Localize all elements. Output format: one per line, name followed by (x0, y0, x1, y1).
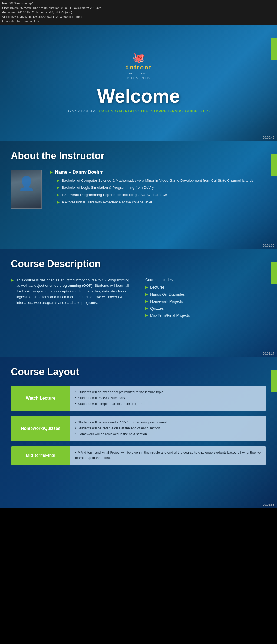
midterm-bullet-1: A Mid-term and Final Project will be giv… (75, 450, 261, 461)
list-item: ▶ Bachelor of Computer Science & Mathema… (57, 178, 266, 183)
bullet-text: A Professional Tutor with experience at … (62, 200, 152, 205)
file-info-line3: Audio: aac, 44100 Hz, 2 channels, s16, 6… (2, 10, 275, 15)
watch-bullet-1: Students will go over concepts related t… (75, 389, 261, 395)
includes-arrow-icon: ▶ (145, 313, 148, 317)
homework-bullet-2: Students will be given a quiz at the end… (75, 426, 261, 431)
homework-bullet-1: Students will be assigned a "DIY" progra… (75, 420, 261, 425)
instructor-photo (11, 170, 42, 209)
file-info-line5: Generated by Thumbnail.me (2, 19, 275, 23)
welcome-slide: 🐙 dotroot learn to code. PRESENTS Welcom… (0, 25, 277, 141)
course-title: C# FUNDAMENTALS: THE COMPREHENSIVE GUIDE… (99, 109, 211, 113)
layout-timestamp: 00:02:58 (263, 503, 274, 506)
instructor-details: ▶ Name – Danny Boehm ▶ Bachelor of Compu… (50, 170, 266, 207)
description-arrow-icon: ▶ (11, 278, 14, 282)
bullet-arrow-icon: ▶ (57, 178, 60, 183)
file-info-bar: File: 001 Welcome.mp4 Size: 19370246 byt… (0, 0, 277, 25)
instructor-slide: About the Instructor ▶ Name – Danny Boeh… (0, 141, 277, 249)
instructor-timestamp: 00:01:30 (263, 244, 274, 247)
includes-title: Course Includes: (145, 278, 266, 282)
presents-text: PRESENTS (125, 76, 152, 80)
list-item: ▶ Hands On Examples (145, 292, 266, 296)
description-timestamp: 00:02:14 (263, 352, 274, 355)
green-accent-welcome (271, 38, 277, 60)
bullet-arrow-icon: ▶ (57, 185, 60, 190)
includes-item-text: Hands On Examples (150, 292, 185, 296)
includes-arrow-icon: ▶ (145, 306, 148, 310)
layout-item-midterm: Mid-term/Final A Mid-term and Final Proj… (11, 446, 266, 465)
bullet-arrow-icon: ▶ (57, 200, 60, 205)
watch-bullet-3: Students will complete an example progra… (75, 401, 261, 407)
instructor-name-text: Name – Danny Boehm (55, 170, 104, 175)
midterm-desc: A Mid-term and Final Project will be giv… (70, 446, 266, 465)
logo-area: 🐙 dotroot learn to code. PRESENTS (125, 52, 152, 80)
includes-list: ▶ Lectures ▶ Hands On Examples ▶ Homewor… (145, 285, 266, 318)
layout-section-title: Course Layout (11, 366, 266, 377)
description-text: This course is designed as an introducto… (16, 278, 132, 306)
name-arrow-icon: ▶ (50, 170, 53, 174)
list-item: ▶ A Professional Tutor with experience a… (57, 200, 266, 205)
instructor-name: DANNY BOEHM (67, 109, 96, 113)
welcome-title: Welcome (97, 85, 180, 107)
green-accent-instructor (271, 154, 277, 176)
file-info-line1: File: 001 Welcome.mp4 (2, 1, 275, 6)
layout-item-homework: Homework/Quizzes Students will be assign… (11, 416, 266, 441)
layout-content: Watch Lecture Students will go over conc… (11, 386, 266, 465)
logo-text: dotroot (125, 64, 152, 71)
description-content: ▶ This course is designed as an introduc… (11, 278, 266, 320)
watch-lecture-desc: Students will go over concepts related t… (70, 386, 266, 411)
instructor-name-row: ▶ Name – Danny Boehm (50, 170, 266, 175)
welcome-subtitle: DANNY BOEHM | C# FUNDAMENTALS: THE COMPR… (67, 109, 211, 113)
instructor-section-title: About the Instructor (11, 150, 266, 161)
includes-arrow-icon: ▶ (145, 285, 148, 289)
homework-desc: Students will be assigned a "DIY" progra… (70, 416, 266, 441)
includes-item-text: Homework Projects (150, 299, 183, 304)
watch-bullet-2: Students will review a summary (75, 395, 261, 401)
logo-icon: 🐙 (125, 52, 152, 63)
homework-label: Homework/Quizzes (11, 416, 70, 441)
photo-face (11, 170, 41, 208)
list-item: ▶ Lectures (145, 285, 266, 289)
description-left: ▶ This course is designed as an introduc… (11, 278, 132, 306)
includes-item-text: Mid-Term/Final Projects (150, 313, 190, 318)
layout-slide: Course Layout Watch Lecture Students wil… (0, 357, 277, 508)
green-accent-description (271, 262, 277, 284)
description-right: Course Includes: ▶ Lectures ▶ Hands On E… (145, 278, 266, 320)
list-item: ▶ Mid-Term/Final Projects (145, 313, 266, 318)
logo-tagline: learn to code. (125, 72, 152, 75)
list-item: ▶ Quizzes (145, 306, 266, 311)
welcome-timestamp: 00:00:45 (263, 136, 274, 139)
bullet-text: Bachelor of Computer Science & Mathemati… (62, 178, 253, 183)
list-item: ▶ 10 + Years Programming Experience incl… (57, 193, 266, 198)
midterm-label: Mid-term/Final (11, 446, 70, 465)
bullet-text: 10 + Years Programming Experience includ… (62, 193, 167, 198)
list-item: ▶ Homework Projects (145, 299, 266, 304)
list-item: ▶ Bachelor of Logic Simulation & Program… (57, 185, 266, 190)
includes-item-text: Lectures (150, 285, 165, 289)
homework-bullet-3: Homework will be reviewed in the next se… (75, 431, 261, 437)
subtitle-separator: | (97, 109, 99, 113)
includes-arrow-icon: ▶ (145, 299, 148, 303)
description-slide: Course Description ▶ This course is desi… (0, 249, 277, 357)
file-info-line4: Video: h264, yuv420p, 1280x720, 634 kb/s… (2, 15, 275, 19)
description-section-title: Course Description (11, 258, 266, 269)
bullet-text: Bachelor of Logic Simulation & Programmi… (62, 185, 154, 190)
bullet-arrow-icon: ▶ (57, 193, 60, 197)
watch-lecture-label: Watch Lecture (11, 386, 70, 411)
includes-arrow-icon: ▶ (145, 292, 148, 296)
layout-item-watch: Watch Lecture Students will go over conc… (11, 386, 266, 411)
green-accent-layout (271, 370, 277, 392)
file-info-line2: Size: 19370246 bytes (18.47 MiB), durati… (2, 6, 275, 10)
instructor-bullets: ▶ Bachelor of Computer Science & Mathema… (50, 178, 266, 205)
includes-item-text: Quizzes (150, 306, 164, 311)
instructor-content: ▶ Name – Danny Boehm ▶ Bachelor of Compu… (11, 170, 266, 209)
